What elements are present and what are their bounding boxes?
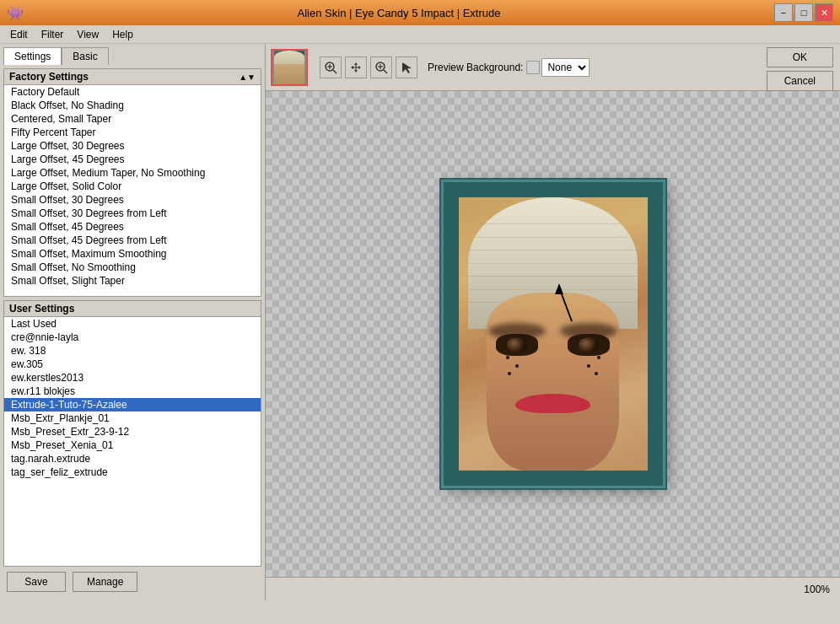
user-list-item[interactable]: tag.narah.extrude — [4, 452, 261, 465]
title-bar-left: 👾 — [7, 5, 24, 21]
user-list-item-selected[interactable]: Extrude-1-Tuto-75-Azalee — [4, 398, 261, 412]
minimize-button[interactable]: − — [774, 3, 793, 22]
list-item[interactable]: Large Offset, 30 Degrees — [4, 139, 261, 153]
title-bar: 👾 Alien Skin | Eye Candy 5 Impact | Extr… — [0, 0, 840, 25]
tabs: Settings Basic — [3, 47, 261, 65]
menu-edit[interactable]: Edit — [3, 27, 35, 42]
preview-bg-color-swatch — [526, 61, 540, 74]
user-list-item[interactable]: ew. 318 — [4, 344, 261, 358]
list-item[interactable]: Large Offset, Medium Taper, No Smoothing — [4, 166, 261, 180]
list-item[interactable]: Small Offset, 45 Degrees from Left — [4, 234, 261, 247]
preview-bg-select[interactable]: None White Black — [541, 58, 590, 77]
arrow-tool-button[interactable] — [396, 56, 417, 78]
svg-marker-9 — [555, 283, 563, 294]
dot1 — [506, 356, 509, 359]
dot2 — [515, 364, 519, 368]
list-item[interactable]: Factory Default — [4, 85, 261, 99]
list-item[interactable]: Small Offset, 45 Degrees — [4, 220, 261, 234]
arrow-cursor-overlay — [534, 279, 584, 330]
user-list-item[interactable]: Last Used — [4, 317, 261, 331]
preview-bg-label: Preview Background: — [428, 62, 523, 73]
photo-inner — [459, 197, 648, 471]
svg-line-5 — [384, 70, 387, 73]
user-list-item[interactable]: ew.kerstles2013 — [4, 371, 261, 385]
list-item[interactable]: Large Offset, 45 Degrees — [4, 153, 261, 166]
list-item[interactable]: Small Offset, 30 Degrees from Left — [4, 207, 261, 220]
thumbnail — [271, 49, 308, 86]
factory-settings-section: Factory Settings ▲▼ Factory Default Blac… — [3, 68, 261, 297]
user-settings-header: User Settings — [4, 301, 261, 317]
menu-filter[interactable]: Filter — [35, 27, 71, 42]
user-settings-list[interactable]: Last Used cre@nnie-layla ew. 318 ew.305 … — [4, 317, 261, 503]
main-window: Settings Basic Factory Settings ▲▼ Facto… — [0, 44, 840, 600]
factory-settings-list[interactable]: Factory Default Black Offset, No Shading… — [4, 85, 261, 296]
zoom-fit-button[interactable] — [320, 56, 342, 78]
app-icon: 👾 — [7, 5, 24, 21]
preview-bg-control: None White Black — [526, 58, 590, 77]
maximize-button[interactable]: □ — [794, 3, 813, 22]
dot4 — [597, 356, 600, 359]
user-list-item[interactable]: ew.305 — [4, 358, 261, 371]
zoom-in-button[interactable] — [370, 56, 392, 78]
zoom-level: 100% — [804, 584, 830, 595]
svg-line-1 — [333, 70, 337, 73]
thumbnail-area — [266, 44, 313, 91]
menu-bar: Edit Filter View Help — [0, 25, 840, 44]
list-item[interactable]: Large Offset, Solid Color — [4, 180, 261, 193]
photo-frame — [444, 182, 663, 486]
user-list-item[interactable]: ew.r11 blokjes — [4, 385, 261, 398]
list-item[interactable]: Centered, Small Taper — [4, 112, 261, 126]
user-settings-section: User Settings Last Used cre@nnie-layla e… — [3, 300, 261, 567]
user-list-item[interactable]: Msb_Extr_Plankje_01 — [4, 412, 261, 425]
user-list-item[interactable]: tag_ser_feliz_extrude — [4, 465, 261, 479]
preview-area[interactable] — [266, 91, 840, 577]
list-item[interactable]: Small Offset, Maximum Smoothing — [4, 247, 261, 261]
window-title: Alien Skin | Eye Candy 5 Impact | Extrud… — [24, 7, 774, 19]
list-item[interactable]: Fifty Percent Taper — [4, 126, 261, 139]
list-item[interactable]: Small Offset, No Smoothing — [4, 261, 261, 274]
factory-settings-header: Factory Settings ▲▼ — [4, 69, 261, 85]
thumbnail-inner — [274, 51, 304, 84]
ok-button[interactable]: OK — [767, 47, 833, 67]
user-list-item[interactable]: Msb_Preset_Xenia_01 — [4, 438, 261, 452]
lips — [515, 394, 591, 413]
action-buttons: OK Cancel — [760, 44, 840, 94]
list-item[interactable]: Small Offset, Slight Taper — [4, 274, 261, 288]
user-list-item[interactable]: cre@nnie-layla — [4, 331, 261, 344]
menu-view[interactable]: View — [70, 27, 105, 42]
factory-settings-title: Factory Settings — [9, 71, 89, 83]
list-item[interactable]: Small Offset, 30 Degrees — [4, 193, 261, 207]
tab-settings[interactable]: Settings — [3, 47, 62, 65]
manage-button[interactable]: Manage — [73, 572, 137, 592]
user-settings-title: User Settings — [9, 303, 74, 315]
bottom-buttons: Save Manage — [3, 567, 261, 597]
save-button[interactable]: Save — [7, 572, 66, 592]
status-bar: 100% — [266, 577, 840, 600]
left-panel: Settings Basic Factory Settings ▲▼ Facto… — [0, 44, 266, 600]
user-list-item[interactable]: Msb_Preset_Extr_23-9-12 — [4, 425, 261, 438]
title-bar-buttons[interactable]: − □ ✕ — [774, 3, 833, 22]
close-button[interactable]: ✕ — [815, 3, 833, 22]
menu-help[interactable]: Help — [105, 27, 140, 42]
factory-scroll-arrow: ▲▼ — [239, 73, 256, 82]
right-container: Preview Background: None White Black OK … — [266, 44, 840, 600]
pan-button[interactable] — [345, 56, 367, 78]
list-item[interactable]: Black Offset, No Shading — [4, 99, 261, 112]
dot5 — [587, 364, 590, 368]
tab-basic[interactable]: Basic — [62, 47, 108, 65]
cancel-button[interactable]: Cancel — [767, 71, 833, 91]
